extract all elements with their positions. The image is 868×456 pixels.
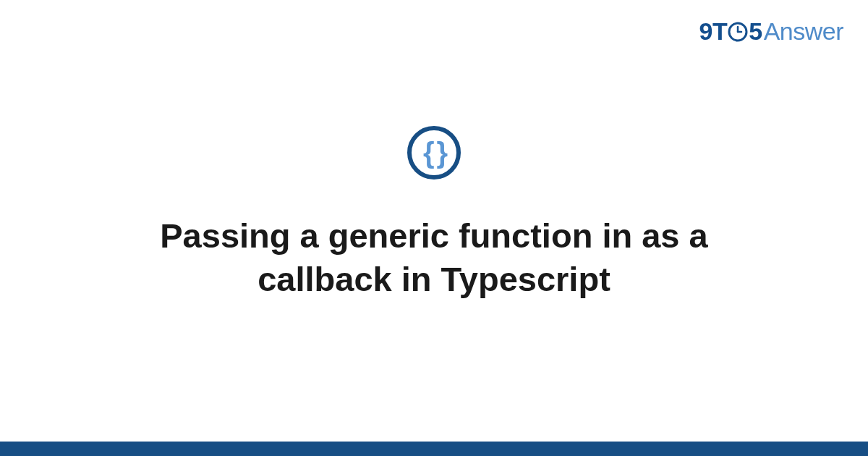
bottom-accent-bar [0, 442, 868, 456]
main-content: { } Passing a generic function in as a c… [0, 0, 868, 442]
page-title: Passing a generic function in as a callb… [72, 214, 796, 301]
braces-icon: { } [423, 138, 445, 167]
category-code-icon: { } [407, 126, 461, 180]
